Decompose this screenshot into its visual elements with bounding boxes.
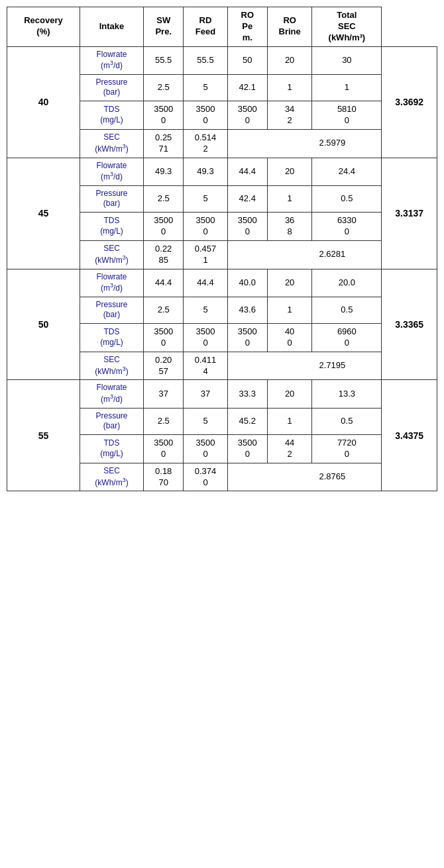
header-total-sec: TotalSEC(kWh/m³) <box>312 7 382 47</box>
cell-sw_pre: 5 <box>184 185 227 212</box>
cell-ro_pem: 20 <box>267 269 311 297</box>
param-label: Flowrate(m3/d) <box>80 269 143 297</box>
param-label: SEC(kWh/m3) <box>80 240 143 269</box>
header-rd-feed: RDFeed <box>184 7 227 47</box>
recovery-cell-50: 50 <box>7 269 80 380</box>
sec-intake: 0.1870 <box>144 463 184 491</box>
cell-ro_brine: 20.0 <box>312 269 382 297</box>
sec-intake: 0.2285 <box>144 240 184 269</box>
param-label: TDS(mg/L) <box>80 434 143 463</box>
sec-span-value: 2.5979 <box>227 129 437 158</box>
cell-ro_brine: 63300 <box>312 212 382 240</box>
param-label: Pressure(bar) <box>80 408 143 434</box>
cell-rd_feed: 50 <box>227 46 267 74</box>
cell-intake: 2.5 <box>144 74 184 101</box>
sec-intake: 0.2571 <box>144 129 184 158</box>
cell-sw_pre: 5 <box>184 408 227 434</box>
cell-ro_brine: 13.3 <box>312 380 382 408</box>
main-table: Recovery(%) Intake SWPre. RDFeed ROPem. … <box>7 7 437 491</box>
cell-rd_feed: 42.1 <box>227 74 267 101</box>
recovery-cell-45: 45 <box>7 158 80 269</box>
cell-sw_pre: 35000 <box>184 323 227 352</box>
cell-ro_pem: 1 <box>267 74 311 101</box>
cell-intake: 35000 <box>144 212 184 240</box>
cell-ro_pem: 1 <box>267 297 311 323</box>
cell-sw_pre: 37 <box>184 380 227 408</box>
sec-sw-pre: 0.3740 <box>184 463 227 491</box>
cell-sw_pre: 5 <box>184 297 227 323</box>
cell-intake: 35000 <box>144 434 184 463</box>
cell-intake: 44.4 <box>144 269 184 297</box>
cell-ro_brine: 0.5 <box>312 185 382 212</box>
cell-intake: 2.5 <box>144 408 184 434</box>
cell-intake: 35000 <box>144 323 184 352</box>
cell-ro_pem: 342 <box>267 101 311 130</box>
cell-rd_feed: 35000 <box>227 323 267 352</box>
cell-ro_pem: 368 <box>267 212 311 240</box>
cell-sw_pre: 35000 <box>184 212 227 240</box>
cell-sw_pre: 35000 <box>184 101 227 130</box>
param-label: SEC(kWh/m3) <box>80 129 143 158</box>
sec-span-value: 2.8765 <box>227 463 437 491</box>
cell-rd_feed: 35000 <box>227 101 267 130</box>
header-ro-pem: ROPem. <box>227 7 267 47</box>
cell-ro_brine: 58100 <box>312 101 382 130</box>
cell-ro_brine: 0.5 <box>312 408 382 434</box>
cell-rd_feed: 45.2 <box>227 408 267 434</box>
recovery-cell-55: 55 <box>7 380 80 491</box>
param-label: TDS(mg/L) <box>80 212 143 240</box>
param-label: Pressure(bar) <box>80 74 143 101</box>
cell-intake: 35000 <box>144 101 184 130</box>
cell-rd_feed: 43.6 <box>227 297 267 323</box>
cell-ro_brine: 1 <box>312 74 382 101</box>
param-label: Flowrate(m3/d) <box>80 46 143 74</box>
cell-sw_pre: 49.3 <box>184 158 227 185</box>
header-intake: Intake <box>80 7 143 47</box>
cell-rd_feed: 35000 <box>227 212 267 240</box>
param-label: Flowrate(m3/d) <box>80 380 143 408</box>
cell-intake: 55.5 <box>144 46 184 74</box>
cell-ro_pem: 400 <box>267 323 311 352</box>
cell-ro_pem: 20 <box>267 380 311 408</box>
cell-ro_brine: 0.5 <box>312 297 382 323</box>
cell-intake: 49.3 <box>144 158 184 185</box>
sec-span-value: 2.7195 <box>227 352 437 380</box>
cell-rd_feed: 40.0 <box>227 269 267 297</box>
cell-ro_brine: 24.4 <box>312 158 382 185</box>
cell-intake: 2.5 <box>144 185 184 212</box>
cell-sw_pre: 55.5 <box>184 46 227 74</box>
param-label: TDS(mg/L) <box>80 323 143 352</box>
cell-rd_feed: 35000 <box>227 434 267 463</box>
cell-ro_pem: 20 <box>267 46 311 74</box>
param-label: SEC(kWh/m3) <box>80 352 143 380</box>
cell-ro_pem: 1 <box>267 185 311 212</box>
header-recovery: Recovery(%) <box>7 7 80 47</box>
cell-rd_feed: 42.4 <box>227 185 267 212</box>
param-label: Flowrate(m3/d) <box>80 158 143 185</box>
cell-ro_pem: 442 <box>267 434 311 463</box>
sec-span-value: 2.6281 <box>227 240 437 269</box>
param-label: Pressure(bar) <box>80 297 143 323</box>
cell-rd_feed: 33.3 <box>227 380 267 408</box>
cell-ro_pem: 20 <box>267 158 311 185</box>
param-label: SEC(kWh/m3) <box>80 463 143 491</box>
sec-sw-pre: 0.4571 <box>184 240 227 269</box>
param-label: Pressure(bar) <box>80 185 143 212</box>
param-label: TDS(mg/L) <box>80 101 143 130</box>
header-ro-brine: ROBrine <box>267 7 311 47</box>
cell-ro_brine: 30 <box>312 46 382 74</box>
sec-sw-pre: 0.4114 <box>184 352 227 380</box>
sec-intake: 0.2057 <box>144 352 184 380</box>
cell-sw_pre: 5 <box>184 74 227 101</box>
cell-ro_brine: 69600 <box>312 323 382 352</box>
recovery-cell-40: 40 <box>7 46 80 158</box>
cell-rd_feed: 44.4 <box>227 158 267 185</box>
cell-intake: 2.5 <box>144 297 184 323</box>
cell-sw_pre: 44.4 <box>184 269 227 297</box>
cell-sw_pre: 35000 <box>184 434 227 463</box>
header-sw-pre: SWPre. <box>144 7 184 47</box>
cell-ro_brine: 77200 <box>312 434 382 463</box>
cell-ro_pem: 1 <box>267 408 311 434</box>
cell-intake: 37 <box>144 380 184 408</box>
sec-sw-pre: 0.5142 <box>184 129 227 158</box>
